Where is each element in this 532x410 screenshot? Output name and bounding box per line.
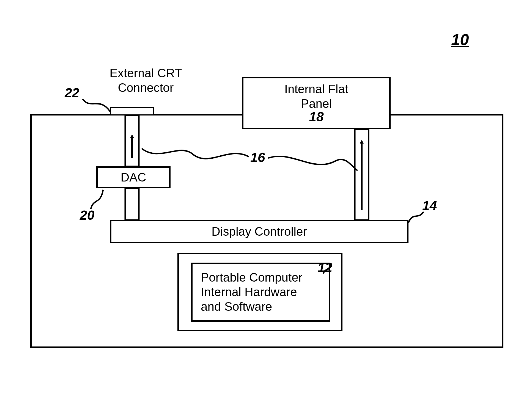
display-controller-label: Display Controller (212, 224, 307, 239)
ref-16: 16 (250, 150, 265, 165)
external-crt-connector-label: External CRT Connector (96, 66, 195, 95)
diagram-stage: 10 External CRT Connector 22 Internal Fl… (0, 0, 532, 410)
external-crt-connector-plug (110, 107, 154, 115)
internal-flat-panel-box: Internal Flat Panel 18 (242, 77, 391, 129)
ref-12: 12 (318, 260, 332, 275)
callout-22 (83, 99, 110, 111)
figure-ref-10: 10 (451, 30, 469, 49)
ref-20: 20 (80, 208, 94, 223)
portable-computer-box: Portable Computer Internal Hardware and … (191, 263, 330, 322)
internal-flat-panel-label: Internal Flat Panel (284, 82, 348, 111)
dac-label: DAC (121, 170, 146, 185)
portable-computer-label: Portable Computer Internal Hardware and … (201, 270, 302, 314)
ref-14: 14 (422, 198, 437, 213)
ref-18: 18 (309, 109, 323, 124)
display-controller-box: Display Controller (110, 220, 408, 243)
dac-box: DAC (96, 166, 171, 188)
ref-22: 22 (65, 85, 79, 100)
